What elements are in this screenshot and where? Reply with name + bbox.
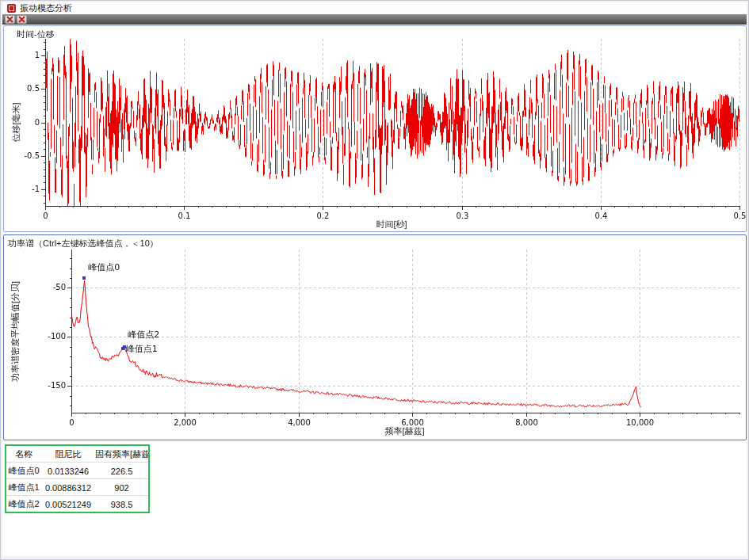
table-row[interactable]: 峰值点1 0.00886312 902 <box>6 479 148 496</box>
time-chart-title: 时间-位移 <box>17 29 55 40</box>
toolbar <box>2 14 747 25</box>
cell-natural-frequency: 226.5 <box>95 463 148 479</box>
waveform-plot[interactable] <box>4 26 746 231</box>
peak-results-table: 名称 阻尼比 固有频率[赫兹] 峰值点0 0.0133246 226.5 峰值点… <box>5 444 150 513</box>
toolbar-button-2[interactable] <box>17 15 27 24</box>
header-damping-ratio: 阻尼比 <box>41 446 95 463</box>
toolbar-button-1[interactable] <box>5 15 15 24</box>
header-natural-frequency: 固有频率[赫兹] <box>95 446 148 463</box>
table-row[interactable]: 峰值点0 0.0133246 226.5 <box>6 463 148 479</box>
title-bar: 振动模态分析 <box>2 2 747 14</box>
cell-damping-ratio: 0.0133246 <box>41 463 95 479</box>
cell-natural-frequency: 938.5 <box>95 496 148 512</box>
cell-peak-name: 峰值点2 <box>6 496 41 512</box>
red-cross-tool-icon <box>6 13 13 25</box>
header-name: 名称 <box>6 446 41 463</box>
time-chart-x-axis-label: 时间[秒] <box>45 219 738 230</box>
window-title: 振动模态分析 <box>20 4 72 13</box>
cell-damping-ratio: 0.00886312 <box>41 479 95 496</box>
red-cross-tool-icon <box>18 13 25 25</box>
app-icon <box>7 4 16 13</box>
cell-damping-ratio: 0.00521249 <box>41 496 95 512</box>
spectrum-chart-title: 功率谱（Ctrl+左键标选峰值点，＜10） <box>8 238 159 250</box>
cell-peak-name: 峰值点1 <box>6 479 41 496</box>
table-header-row: 名称 阻尼比 固有频率[赫兹] <box>6 446 148 463</box>
app-window: 振动模态分析 时间-位移 位移[毫米] 时间[秒] 功率谱（Ctrl+左键标选峰… <box>0 0 749 560</box>
cell-peak-name: 峰值点0 <box>6 463 41 479</box>
spectrum-x-axis-label: 频率[赫兹] <box>71 425 738 437</box>
time-displacement-chart-panel: 时间-位移 位移[毫米] 时间[秒] <box>3 25 747 232</box>
table-row[interactable]: 峰值点2 0.00521249 938.5 <box>6 496 148 512</box>
cell-natural-frequency: 902 <box>95 479 148 496</box>
power-spectrum-chart-panel: 功率谱（Ctrl+左键标选峰值点，＜10） 功率谱密度平均幅值[分贝] 频率[赫… <box>3 234 747 440</box>
spectrum-plot[interactable] <box>4 235 746 440</box>
